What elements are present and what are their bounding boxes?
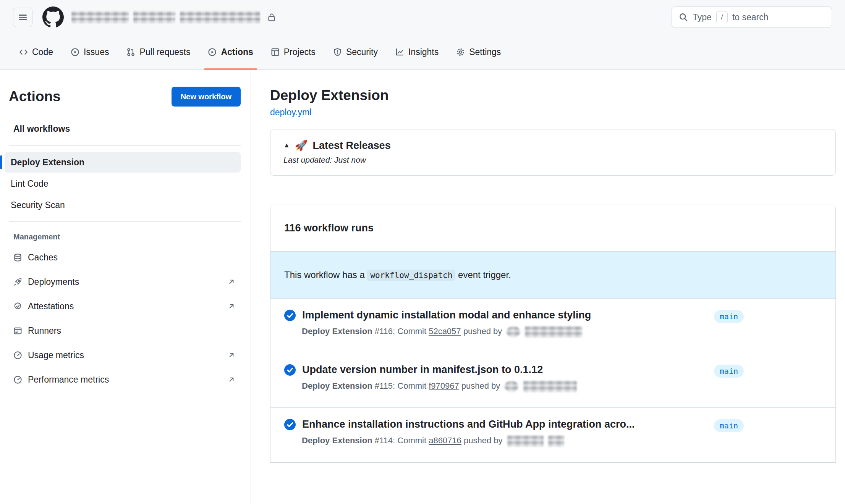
arrow-up-right-icon xyxy=(228,278,235,286)
cache-icon xyxy=(13,253,22,262)
run-workflow-name: Deploy Extension xyxy=(302,436,372,445)
success-check-icon xyxy=(284,364,296,376)
redacted-avatar xyxy=(507,326,520,338)
redacted-org-name xyxy=(71,11,129,23)
tab-settings-label: Settings xyxy=(469,47,501,57)
search-placeholder-suffix: to search xyxy=(732,12,769,23)
redacted-username-suffix xyxy=(548,435,564,447)
content-layout: Actions New workflow All workflows Deplo… xyxy=(0,70,845,504)
sidebar-item-caches[interactable]: Caches xyxy=(9,245,241,270)
gear-icon xyxy=(456,48,465,57)
collapse-triangle-icon[interactable]: ▲ xyxy=(283,142,290,149)
commit-link[interactable]: a860716 xyxy=(429,436,461,445)
redacted-username xyxy=(523,381,577,392)
run-title-link[interactable]: Enhance installation instructions and Gi… xyxy=(302,418,635,430)
branch-badge[interactable]: main xyxy=(714,310,744,323)
hamburger-icon xyxy=(18,12,28,23)
tab-security[interactable]: Security xyxy=(327,34,384,69)
pull-request-icon xyxy=(126,48,135,57)
tab-issues[interactable]: Issues xyxy=(65,34,115,69)
pushed-by-text: pushed by xyxy=(464,436,503,445)
arrow-up-right-icon xyxy=(228,351,235,359)
tab-projects-label: Projects xyxy=(284,47,316,57)
workflow-run-row: Enhance installation instructions and Gi… xyxy=(270,408,835,462)
projects-table-icon xyxy=(271,48,280,57)
tab-security-label: Security xyxy=(346,47,378,57)
workflow-runs-count: 116 workflow runs xyxy=(270,205,835,252)
management-item-label: Caches xyxy=(28,252,58,263)
banner-text-prefix: This workflow has a xyxy=(284,270,365,280)
search-input[interactable]: Type / to search xyxy=(672,6,832,28)
workflow-run-row: Update version number in manifest.json t… xyxy=(270,353,835,408)
workflow-run-row: Implement dynamic installation modal and… xyxy=(270,299,835,353)
sidebar-item-deployments[interactable]: Deployments xyxy=(9,270,241,294)
run-meta: Deploy Extension #115: Commit f970967 pu… xyxy=(302,381,822,392)
run-title-link[interactable]: Implement dynamic installation modal and… xyxy=(302,309,591,321)
tab-pull-requests[interactable]: Pull requests xyxy=(120,34,196,69)
success-check-icon xyxy=(284,310,296,321)
latest-releases-title: Latest Releases xyxy=(313,140,391,152)
meter-icon xyxy=(13,351,22,360)
run-number: #115: Commit xyxy=(375,381,426,391)
tab-actions[interactable]: Actions xyxy=(202,34,259,69)
workflow-file-link[interactable]: deploy.yml xyxy=(270,107,311,118)
run-title-link[interactable]: Update version number in manifest.json t… xyxy=(302,364,543,376)
tab-settings[interactable]: Settings xyxy=(450,34,507,69)
workflow-runs-box: 116 workflow runs This workflow has a wo… xyxy=(270,205,836,463)
run-number: #116: Commit xyxy=(375,326,426,336)
last-updated-text: Last updated: Just now xyxy=(283,155,822,165)
sidebar-item-performance-metrics[interactable]: Performance metrics xyxy=(9,367,241,392)
meter-icon xyxy=(13,375,22,384)
sidebar-divider xyxy=(9,221,241,222)
code-icon xyxy=(19,48,28,57)
new-workflow-button[interactable]: New workflow xyxy=(172,87,241,107)
arrow-up-right-icon xyxy=(228,302,235,310)
sidebar-item-lint-code[interactable]: Lint Code xyxy=(5,173,241,194)
branch-badge[interactable]: main xyxy=(714,365,744,378)
pushed-by-text: pushed by xyxy=(463,326,502,336)
run-meta: Deploy Extension #116: Commit 52ca057 pu… xyxy=(302,326,822,338)
redacted-username xyxy=(525,326,582,338)
tab-issues-label: Issues xyxy=(84,47,109,57)
commit-link[interactable]: 52ca057 xyxy=(429,326,461,336)
branch-badge[interactable]: main xyxy=(714,419,744,432)
rocket-icon xyxy=(13,278,22,286)
success-check-icon xyxy=(284,419,296,430)
slash-key-hint: / xyxy=(716,11,728,23)
sidebar-item-security-scan[interactable]: Security Scan xyxy=(5,195,241,215)
management-section-title: Management xyxy=(9,233,241,241)
management-item-label: Deployments xyxy=(28,277,79,287)
sidebar-item-usage-metrics[interactable]: Usage metrics xyxy=(9,343,241,367)
pushed-by-text: pushed by xyxy=(461,381,500,391)
sidebar-item-deploy-extension[interactable]: Deploy Extension xyxy=(5,152,241,173)
github-actions-page: Type / to search Code Issues Pull reques… xyxy=(0,0,845,504)
issue-icon xyxy=(71,48,79,57)
run-workflow-name: Deploy Extension xyxy=(302,326,372,336)
redacted-repo-name xyxy=(180,11,260,23)
github-mark-icon xyxy=(42,6,64,28)
tab-code-label: Code xyxy=(32,47,53,57)
play-circle-icon xyxy=(208,48,217,57)
tab-actions-label: Actions xyxy=(221,47,253,57)
tab-code[interactable]: Code xyxy=(13,34,59,69)
sidebar-item-all-workflows[interactable]: All workflows xyxy=(9,118,241,139)
sidebar-item-runners[interactable]: Runners xyxy=(9,318,241,343)
commit-link[interactable]: f970967 xyxy=(429,381,459,391)
tab-insights[interactable]: Insights xyxy=(389,34,445,69)
management-item-label: Attestations xyxy=(28,301,74,312)
github-logo[interactable] xyxy=(42,6,64,28)
sidebar-item-attestations[interactable]: Attestations xyxy=(9,294,241,318)
graph-icon xyxy=(395,48,404,57)
redacted-separator-segment xyxy=(133,11,175,23)
workflow-label: Security Scan xyxy=(11,200,65,210)
banner-text-suffix: event trigger. xyxy=(458,270,511,280)
hamburger-menu-button[interactable] xyxy=(13,8,32,27)
run-number: #114: Commit xyxy=(375,436,426,445)
arrow-up-right-icon xyxy=(228,376,235,383)
tab-pull-requests-label: Pull requests xyxy=(139,47,190,57)
run-workflow-name: Deploy Extension xyxy=(302,381,372,391)
tab-projects[interactable]: Projects xyxy=(265,34,322,69)
latest-releases-box: ▲ 🚀 Latest Releases Last updated: Just n… xyxy=(270,129,836,176)
redacted-avatar xyxy=(505,381,518,392)
page-title: Deploy Extension xyxy=(270,87,836,103)
